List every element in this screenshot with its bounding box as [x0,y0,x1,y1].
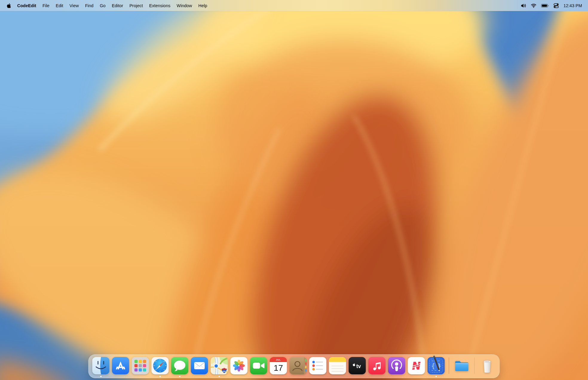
calendar-icon: JUL 17 [270,357,287,374]
dock-item-trash[interactable] [479,357,496,378]
battery-icon[interactable] [541,0,549,11]
finder-icon [92,357,110,374]
running-indicator [218,376,220,377]
dock-item-maps[interactable]: 280 [211,357,228,378]
app-store-icon [112,357,129,374]
menu-bar-left: CodeEdit File Edit View Find Go Editor P… [0,0,210,11]
apple-tv-icon: tv [349,357,366,374]
menu-view[interactable]: View [66,0,82,11]
facetime-icon [250,357,267,374]
menu-bar-status: 12:43 PM [518,0,588,11]
menu-extensions[interactable]: Extensions [146,0,174,11]
dock-item-finder[interactable] [92,357,110,378]
dock-item-folder[interactable] [453,357,470,378]
svg-text:17: 17 [274,363,283,373]
podcasts-icon [388,357,405,374]
dock-item-contacts[interactable] [290,357,307,378]
svg-text:{: { [431,362,435,370]
photos-icon [230,357,248,374]
safari-icon [151,357,169,374]
menu-go[interactable]: Go [97,0,108,11]
running-indicator [159,376,161,377]
dock-item-notes[interactable] [329,357,346,378]
dock-item-launchpad[interactable] [132,357,149,378]
menu-file[interactable]: File [39,0,53,11]
dock-item-safari[interactable] [151,357,169,378]
maps-icon: 280 [211,357,228,374]
menu-find[interactable]: Find [82,0,97,11]
dock-item-facetime[interactable] [250,357,267,378]
dock-item-messages[interactable] [171,357,189,378]
menu-bar: CodeEdit File Edit View Find Go Editor P… [0,0,588,11]
dock: 280 [88,354,500,378]
dock-separator [449,358,449,374]
volume-icon[interactable] [521,0,526,11]
dock-item-app-store[interactable] [112,357,129,378]
desktop-wallpaper [0,0,588,380]
dock-item-mail[interactable] [191,357,208,378]
menu-help[interactable]: Help [195,0,210,11]
messages-icon [171,357,189,374]
running-indicator [435,376,437,377]
menu-editor[interactable]: Editor [109,0,126,11]
folder-icon [453,357,470,374]
menu-window[interactable]: Window [174,0,195,11]
svg-text:280: 280 [223,370,226,372]
apple-logo-icon [7,3,11,8]
menu-bar-clock[interactable]: 12:43 PM [564,3,582,8]
notes-icon [329,357,346,374]
dock-item-music[interactable] [368,357,386,378]
svg-text:JUL: JUL [276,358,281,361]
reminders-icon [309,357,327,374]
contacts-icon [290,357,307,374]
trash-icon [479,357,496,374]
launchpad-icon [132,357,149,374]
music-icon [368,357,386,374]
svg-text:tv: tv [356,363,361,369]
wifi-icon[interactable] [531,0,536,11]
codeedit-icon: { } [428,357,445,374]
control-center-icon[interactable] [554,0,559,11]
ventura-wallpaper-art [0,0,588,380]
running-indicator [100,376,102,377]
menu-project[interactable]: Project [126,0,146,11]
apple-menu[interactable] [7,0,11,11]
dock-item-news[interactable] [408,357,425,378]
dock-item-reminders[interactable] [309,357,327,378]
dock-item-codeedit[interactable]: { } [428,357,445,378]
dock-separator [474,358,475,374]
dock-item-calendar[interactable]: JUL 17 [270,357,287,378]
running-indicator [179,376,180,377]
dock-item-photos[interactable] [230,357,248,378]
dock-item-podcasts[interactable] [388,357,405,378]
menu-edit[interactable]: Edit [53,0,66,11]
mail-icon [191,357,208,374]
dock-item-tv[interactable]: tv [349,357,366,378]
menu-app-name[interactable]: CodeEdit [14,0,39,11]
news-icon [408,357,425,374]
